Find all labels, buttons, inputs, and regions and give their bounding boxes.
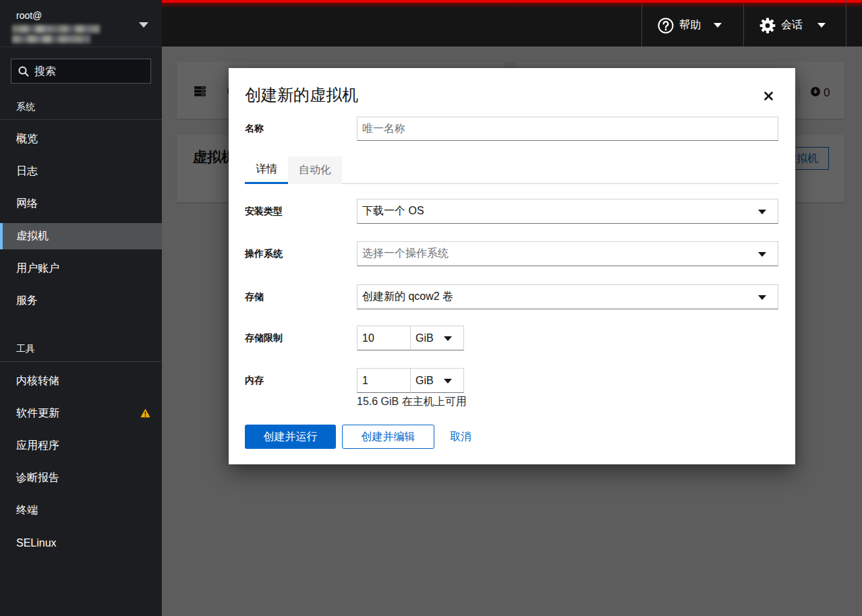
help-menu-button[interactable]: 帮助: [641, 0, 743, 47]
select-placeholder: 选择一个操作系统: [362, 247, 449, 261]
form-row: 操作系统 选择一个操作系统: [229, 241, 795, 266]
sidebar-item-logs[interactable]: 日志: [0, 158, 162, 185]
select-caret-icon: [444, 379, 452, 383]
tab-automation[interactable]: 自动化: [288, 156, 342, 184]
redacted-block: [84, 25, 92, 33]
select-caret-icon: [758, 252, 766, 257]
create-and-edit-button[interactable]: 创建并编辑: [342, 425, 434, 449]
redacted-block: [20, 35, 28, 43]
form-row: 存储 创建新的 qcow2 卷: [229, 284, 795, 309]
memory-label: 内存: [245, 368, 357, 393]
sidebar-item-label: 应用程序: [16, 439, 59, 453]
sidebar-item-label: SELinux: [16, 537, 57, 549]
sidebar-item-terminal[interactable]: 终端: [0, 497, 162, 524]
select-value: 创建新的 qcow2 卷: [362, 290, 453, 304]
session-menu-button[interactable]: 会话: [743, 0, 846, 47]
masthead: 帮助 会话: [162, 0, 862, 47]
redacted-block: [67, 35, 75, 43]
modal-footer: 创建并运行 创建并编辑 取消: [245, 425, 471, 449]
sidebar-item-label: 概览: [16, 132, 38, 146]
memory-helper-text: 15.6 GiB 在主机上可用: [357, 395, 467, 409]
tab-details[interactable]: 详情: [245, 156, 288, 184]
storage-select[interactable]: 创建新的 qcow2 卷: [357, 284, 778, 309]
sidebar-item-virtual-machines[interactable]: 虚拟机: [0, 223, 162, 249]
help-menu-label: 帮助: [679, 18, 701, 32]
nav-section-system: 系统 概览日志网络虚拟机用户账户服务: [0, 94, 162, 320]
sidebar-item-label: 服务: [16, 294, 38, 308]
memory-input[interactable]: [357, 368, 410, 393]
warning-icon: [140, 408, 150, 418]
sidebar-item-label: 软件更新: [16, 406, 59, 421]
form-row: 内存 GiB: [229, 368, 795, 393]
storage-limit-input[interactable]: [357, 326, 410, 350]
installation-type-select[interactable]: 下载一个 OS: [357, 199, 778, 224]
sidebar-item-diagnostic-reports[interactable]: 诊断报告: [0, 465, 162, 491]
logged-in-user: root@: [16, 10, 42, 21]
sidebar-item-overview[interactable]: 概览: [0, 126, 162, 152]
sidebar-item-label: 用户账户: [16, 261, 59, 276]
search-input[interactable]: [34, 65, 136, 78]
redacted-block: [44, 25, 52, 33]
redacted-block: [92, 25, 100, 33]
redacted-block: [59, 35, 67, 43]
sidebar-item-label: 网络: [16, 197, 38, 211]
host-switcher-caret-icon: [139, 22, 148, 28]
create-and-run-button[interactable]: 创建并运行: [245, 425, 336, 449]
redacted-block: [43, 35, 51, 43]
redacted-block: [76, 25, 84, 33]
select-caret-icon: [444, 336, 452, 341]
hostname-redacted: [12, 25, 100, 43]
sidebar-item-label: 内核转储: [16, 374, 59, 388]
help-icon: [658, 18, 674, 34]
operating-system-select[interactable]: 选择一个操作系统: [357, 241, 778, 266]
installation-type-label: 安装类型: [245, 199, 357, 224]
nav-item-list: 概览日志网络虚拟机用户账户服务: [0, 126, 162, 314]
form-row: 安装类型 下载一个 OS: [229, 199, 795, 224]
host-switcher[interactable]: root@: [0, 0, 162, 47]
sidebar-item-services[interactable]: 服务: [0, 288, 162, 314]
storage-limit-unit-select[interactable]: GiB: [410, 326, 464, 350]
select-value: GiB: [415, 375, 434, 387]
sidebar-item-label: 日志: [16, 164, 38, 179]
memory-unit-select[interactable]: GiB: [410, 368, 464, 393]
nav-section-title: 工具: [0, 336, 162, 362]
sidebar-item-label: 终端: [16, 503, 38, 518]
redacted-block: [75, 35, 83, 43]
redacted-block: [60, 25, 68, 33]
nav-item-list: 内核转储软件更新应用程序诊断报告终端SELinux: [0, 368, 162, 556]
select-caret-icon: [758, 210, 766, 214]
redacted-block: [36, 25, 44, 33]
nav-section-tools: 工具 内核转储软件更新应用程序诊断报告终端SELinux: [0, 336, 162, 562]
sidebar-item-label: 虚拟机: [16, 229, 49, 243]
storage-limit-label: 存储限制: [245, 326, 357, 350]
sidebar-item-networking[interactable]: 网络: [0, 191, 162, 217]
session-menu-label: 会话: [781, 18, 803, 32]
redacted-block: [28, 35, 36, 43]
help-caret-icon: [714, 23, 722, 28]
modal-tabs: 详情 自动化: [245, 156, 779, 184]
redacted-block: [51, 35, 59, 43]
session-caret-icon: [817, 23, 826, 28]
cancel-button[interactable]: 取消: [450, 430, 471, 444]
sidebar-item-applications[interactable]: 应用程序: [0, 433, 162, 459]
sidebar-item-accounts[interactable]: 用户账户: [0, 255, 162, 282]
vm-name-input[interactable]: [357, 117, 778, 141]
modal-title: 创建新的虚拟机: [245, 84, 358, 106]
form-row: 存储限制 GiB: [229, 326, 795, 350]
sidebar-search[interactable]: [11, 59, 151, 84]
sidebar-item-kdump[interactable]: 内核转储: [0, 368, 162, 394]
redacted-block: [68, 25, 76, 33]
select-value: GiB: [415, 332, 434, 344]
redacted-block: [52, 25, 60, 33]
sidebar-item-label: 诊断报告: [16, 471, 59, 485]
redacted-block: [28, 25, 36, 33]
redacted-block: [36, 35, 44, 43]
name-label: 名称: [245, 123, 357, 135]
redacted-block: [12, 35, 20, 43]
create-vm-modal: 创建新的虚拟机 名称 详情 自动化 安装类型 下载一个 OS 操作系统 选择一个…: [229, 68, 795, 464]
sidebar-item-software-updates[interactable]: 软件更新: [0, 400, 162, 427]
select-caret-icon: [758, 295, 766, 300]
sidebar-item-selinux[interactable]: SELinux: [0, 530, 162, 556]
close-icon[interactable]: [761, 90, 776, 104]
redacted-block: [12, 25, 20, 33]
